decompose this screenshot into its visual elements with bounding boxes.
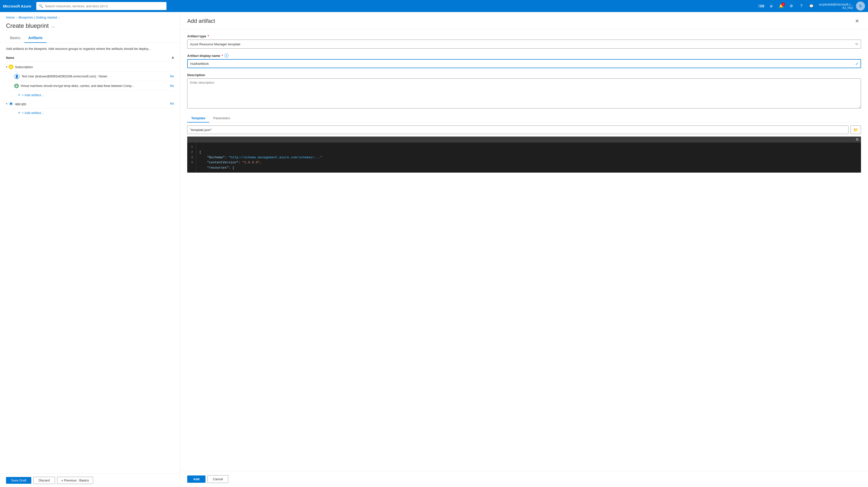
page-title: Create blueprint bbox=[6, 22, 49, 29]
app-grp-meta: Re bbox=[159, 102, 174, 106]
user-icon: 👤 bbox=[14, 74, 20, 79]
code-version-val: "1.0.0.0", bbox=[240, 161, 262, 164]
user-tag-text: AZ_FAQ bbox=[842, 6, 853, 9]
template-file-row: 📁 bbox=[187, 125, 861, 134]
help-icon: ? bbox=[800, 4, 802, 8]
add-artifact-subscription[interactable]: + + Add artifact... bbox=[6, 91, 174, 99]
line-num-2: 2 bbox=[189, 150, 193, 155]
subscription-row[interactable]: ▾ ⚙ Subscription bbox=[6, 62, 174, 71]
username-text: suryendub@microsoft.c... bbox=[819, 3, 853, 6]
directory-subscription-button[interactable]: ⊞ bbox=[767, 1, 776, 10]
user-info[interactable]: suryendub@microsoft.c... AZ_FAQ bbox=[817, 3, 855, 9]
table-header: Name A bbox=[6, 55, 174, 61]
breadcrumb-chevron-2: › bbox=[59, 16, 60, 19]
input-check-icon: ✓ bbox=[855, 61, 859, 66]
brand-name: Microsoft Azure bbox=[3, 4, 33, 8]
page-title-row: Create blueprint ... bbox=[0, 21, 180, 33]
save-draft-button[interactable]: Save Draft bbox=[6, 477, 31, 484]
breadcrumb-home[interactable]: Home bbox=[6, 16, 15, 19]
sub-tabs: Template Parameters bbox=[187, 114, 861, 122]
code-content[interactable]: { "$schema": "http://schema.management.a… bbox=[196, 143, 861, 173]
directory-icon: ⊞ bbox=[770, 4, 773, 8]
feedback-button[interactable]: 💬 bbox=[807, 1, 816, 10]
close-panel-button[interactable]: ✕ bbox=[853, 17, 861, 25]
add-artifact-app-label: + Add artifact... bbox=[22, 111, 43, 115]
add-icon-app: + bbox=[18, 111, 20, 115]
upload-button[interactable]: 📁 bbox=[850, 125, 861, 134]
code-schema-key: "$schema": bbox=[199, 155, 226, 159]
settings-button[interactable]: ⚙ bbox=[787, 1, 796, 10]
artifact-name-label-text: Artifact display name bbox=[187, 54, 220, 58]
tab-basics[interactable]: Basics bbox=[6, 33, 24, 43]
description-label-text: Description bbox=[187, 73, 205, 77]
subscription-toggle[interactable]: ▾ bbox=[6, 65, 7, 69]
artifact-name-input[interactable] bbox=[187, 59, 861, 68]
search-bar[interactable]: 🔍 bbox=[36, 2, 166, 10]
breadcrumb: Home › Blueprints | Getting started › bbox=[0, 12, 180, 21]
cancel-button[interactable]: Cancel bbox=[208, 475, 228, 483]
content-area: Add artifacts to the blueprint. Add reso… bbox=[0, 43, 180, 474]
feedback-icon: 💬 bbox=[809, 4, 813, 8]
discard-button[interactable]: Discard bbox=[33, 477, 55, 484]
search-input[interactable] bbox=[45, 4, 164, 8]
upload-icon: 📁 bbox=[853, 127, 858, 132]
policy-row[interactable]: Virtual machines should encrypt temp dis… bbox=[6, 81, 174, 91]
line-num-1: 1 bbox=[189, 145, 193, 150]
artifact-type-select[interactable]: Azure Resource Manager template bbox=[187, 39, 861, 49]
code-brace-open: { bbox=[199, 150, 201, 154]
line-num-4: 4 bbox=[189, 160, 193, 165]
artifact-type-required: * bbox=[208, 34, 209, 38]
avatar[interactable]: S bbox=[856, 1, 865, 10]
notifications-button[interactable]: 🔔 1 bbox=[777, 1, 786, 10]
content-description: Add artifacts to the blueprint. Add reso… bbox=[6, 47, 174, 51]
code-toolbar: ⧉ bbox=[187, 137, 861, 143]
cloud-shell-button[interactable]:  ⌨ bbox=[757, 1, 766, 10]
artifact-type-label-row: Artifact type * bbox=[187, 34, 861, 38]
artifact-name-input-wrapper: ✓ bbox=[187, 59, 861, 68]
user-label: Test User (testuser@M365x82902268.onmicr… bbox=[22, 75, 159, 78]
panel-title: Add artifact bbox=[187, 18, 215, 24]
template-file-input[interactable] bbox=[187, 125, 848, 134]
policy-meta: Re bbox=[159, 84, 174, 88]
description-textarea[interactable] bbox=[187, 78, 861, 109]
sub-tab-parameters[interactable]: Parameters bbox=[209, 114, 234, 122]
app-grp-icon bbox=[8, 101, 13, 106]
artifact-name-label-row: Artifact display name * i bbox=[187, 54, 861, 58]
line-num-3: 3 bbox=[189, 155, 193, 160]
artifact-name-group: Artifact display name * i ✓ bbox=[187, 54, 861, 68]
artifact-name-info-icon[interactable]: i bbox=[224, 54, 228, 58]
user-row[interactable]: 👤 Test User (testuser@M365x82902268.onmi… bbox=[6, 71, 174, 81]
right-panel: Add artifact ✕ Artifact type * Azure Res… bbox=[180, 12, 868, 487]
user-meta: Re bbox=[159, 75, 174, 78]
tabs-bar: Basics Artifacts bbox=[0, 33, 180, 43]
panel-body: Artifact type * Azure Resource Manager t… bbox=[180, 29, 868, 471]
subscription-label: Subscription bbox=[15, 65, 174, 69]
subscription-icon: ⚙ bbox=[8, 64, 13, 69]
notification-badge: 1 bbox=[781, 2, 785, 6]
breadcrumb-chevron-1: › bbox=[16, 16, 17, 19]
artifact-type-group: Artifact type * Azure Resource Manager t… bbox=[187, 34, 861, 49]
copy-icon[interactable]: ⧉ bbox=[855, 137, 860, 142]
help-button[interactable]: ? bbox=[797, 1, 806, 10]
panel-footer: Add Cancel bbox=[180, 471, 868, 487]
description-group: Description bbox=[187, 73, 861, 109]
code-resources-key: "resources": bbox=[199, 166, 230, 170]
app-grp-row[interactable]: ▾ app-grp Re bbox=[6, 99, 174, 109]
code-editor: ⧉ 1 2 3 4 { "$schema": "http://schema.ma… bbox=[187, 137, 861, 173]
app-grp-toggle[interactable]: ▾ bbox=[6, 102, 7, 106]
sub-tab-template[interactable]: Template bbox=[187, 114, 209, 122]
code-version-key: "contentVersion": bbox=[199, 161, 240, 164]
add-artifact-app[interactable]: + + Add artifact... bbox=[6, 109, 174, 117]
previous-label: « Previous : Basics bbox=[61, 479, 89, 482]
add-button[interactable]: Add bbox=[187, 476, 206, 483]
app-grp-label: app-grp bbox=[15, 102, 159, 106]
add-artifact-subscription-label: + Add artifact... bbox=[22, 93, 43, 97]
more-options-button[interactable]: ... bbox=[51, 23, 55, 29]
artifact-type-select-wrapper: Azure Resource Manager template bbox=[187, 39, 861, 49]
breadcrumb-current[interactable]: Blueprints | Getting started bbox=[19, 16, 57, 19]
svg-rect-5 bbox=[16, 86, 17, 86]
previous-button[interactable]: « Previous : Basics bbox=[57, 477, 93, 484]
tab-artifacts[interactable]: Artifacts bbox=[24, 33, 46, 43]
svg-text:⚙: ⚙ bbox=[10, 66, 12, 68]
top-navigation: Microsoft Azure 🔍  ⌨ ⊞ 🔔 1 ⚙ ? 💬 suryen… bbox=[0, 0, 868, 12]
